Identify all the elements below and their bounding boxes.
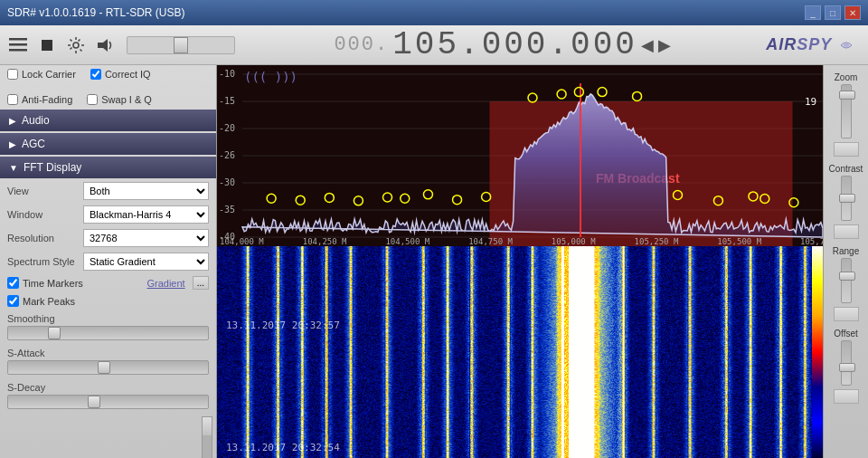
title-bar: SDR# v1.0.0.1619 - RTL-SDR (USB) _ □ ✕ [0, 0, 868, 25]
fft-label: FFT Display [24, 161, 81, 174]
correct-iq-option: Correct IQ [90, 69, 151, 80]
zoom-label: Zoom [835, 72, 858, 82]
anti-fading-label: Anti-Fading [22, 94, 72, 105]
s-attack-slider[interactable] [7, 360, 209, 375]
time-markers-label: Time Markers [23, 278, 83, 289]
svg-point-4 [73, 43, 79, 48]
s-decay-row: S-Decay [0, 378, 216, 413]
spectrum-style-row: Spectrum Style Static Gradient Solid Gra… [0, 250, 216, 273]
timestamp-bottom: 13.11.2017 20:32:54 [226, 442, 340, 453]
zoom-control[interactable] [834, 142, 859, 157]
close-button[interactable]: ✕ [844, 5, 861, 20]
mark-peaks-checkbox[interactable] [7, 295, 19, 307]
view-select[interactable]: Both Spectrum Waterfall [83, 182, 209, 200]
spectrum-style-select[interactable]: Static Gradient Solid Gradient [83, 253, 209, 271]
left-panel: Lock Carrier Correct IQ Anti-Fading Swap… [0, 65, 217, 458]
svg-marker-5 [98, 39, 108, 52]
mark-peaks-label: Mark Peaks [23, 296, 75, 307]
stop-button[interactable] [36, 34, 58, 56]
window-controls: _ □ ✕ [805, 5, 861, 20]
correct-iq-label: Correct IQ [105, 69, 151, 80]
s-decay-slider[interactable] [7, 395, 209, 409]
resolution-select[interactable]: 32768 1024 65536 [83, 229, 209, 247]
lock-carrier-checkbox[interactable] [7, 69, 18, 80]
s-decay-label: S-Decay [7, 382, 209, 393]
settings-icon[interactable] [65, 34, 87, 56]
timestamp-top: 13.11.2017 20:32:57 [226, 320, 340, 331]
correct-iq-checkbox[interactable] [90, 69, 101, 80]
svg-rect-3 [42, 40, 52, 51]
s-attack-row: S-Attack [0, 344, 216, 378]
svg-rect-1 [9, 43, 27, 46]
time-markers-row: Time Markers Gradient ... [0, 273, 216, 292]
svg-rect-0 [9, 38, 27, 41]
s-attack-label: S-Attack [7, 348, 209, 358]
spectrum-canvas [217, 65, 823, 246]
lock-carrier-option: Lock Carrier [7, 69, 76, 80]
audio-arrow: ▶ [9, 116, 16, 126]
agc-section[interactable]: ▶ AGC [0, 133, 216, 155]
spectrum-area [217, 65, 823, 246]
fft-section[interactable]: ▼ FFT Display [0, 157, 216, 178]
smoothing-label: Smoothing [7, 313, 209, 324]
freq-arrows[interactable]: ◀ ▶ [641, 35, 671, 55]
waterfall-area: 13.11.2017 20:32:57 13.11.2017 20:32:54 [217, 246, 823, 458]
agc-label: AGC [22, 138, 45, 150]
view-row: View Both Spectrum Waterfall [0, 179, 216, 203]
contrast-control[interactable] [834, 224, 859, 239]
app-body: 000. 105.000.000 ◀ ▶ AIRSPY Lock Carrier [0, 25, 868, 458]
time-markers-checkbox[interactable] [7, 277, 19, 289]
window-select[interactable]: Blackman-Harris 4 Rectangle Hann [83, 205, 209, 224]
maximize-button[interactable]: □ [825, 5, 841, 20]
window-row: Window Blackman-Harris 4 Rectangle Hann [0, 203, 216, 226]
offset-control[interactable] [834, 389, 859, 404]
speaker-icon[interactable] [94, 34, 116, 56]
lock-carrier-label: Lock Carrier [22, 69, 76, 80]
range-slider[interactable] [841, 258, 852, 303]
mark-peaks-row: Mark Peaks [0, 292, 216, 310]
window-label: Window [7, 209, 80, 220]
frequency-slider[interactable] [127, 36, 235, 54]
minimize-button[interactable]: _ [805, 5, 821, 20]
resolution-label: Resolution [7, 233, 80, 243]
main-view: 13.11.2017 20:32:57 13.11.2017 20:32:54 … [217, 65, 868, 458]
content-area: Lock Carrier Correct IQ Anti-Fading Swap… [0, 65, 868, 458]
svg-rect-2 [9, 49, 27, 52]
view-label: View [7, 186, 80, 196]
side-controls: Zoom Contrast Range Offset [823, 65, 868, 458]
swap-iq-label: Swap I & Q [101, 94, 152, 105]
agc-arrow: ▶ [9, 139, 16, 149]
smoothing-slider[interactable] [7, 326, 209, 340]
anti-fading-option: Anti-Fading [7, 94, 72, 105]
range-control[interactable] [834, 307, 859, 321]
anti-fading-checkbox[interactable] [7, 94, 18, 105]
gradient-link[interactable]: Gradient [146, 278, 184, 289]
spectrum-style-label: Spectrum Style [7, 256, 80, 267]
resolution-row: Resolution 32768 1024 65536 [0, 226, 216, 250]
offset-label: Offset [834, 329, 858, 339]
smoothing-row: Smoothing [0, 310, 216, 344]
frequency-display: 000. 105.000.000 ◀ ▶ [246, 26, 759, 63]
swap-iq-checkbox[interactable] [87, 94, 98, 105]
waterfall-colorbar [812, 246, 823, 458]
menu-icon[interactable] [7, 34, 29, 56]
contrast-slider[interactable] [841, 176, 852, 221]
zoom-slider[interactable] [841, 84, 852, 138]
freq-main[interactable]: 105.000.000 [392, 26, 637, 63]
swap-iq-option: Swap I & Q [87, 94, 152, 105]
fft-arrow: ▼ [9, 163, 18, 173]
range-label: Range [833, 246, 859, 256]
offset-slider[interactable] [841, 340, 852, 386]
toolbar: 000. 105.000.000 ◀ ▶ AIRSPY [0, 25, 868, 65]
scroll-indicator [0, 413, 216, 458]
audio-label: Audio [22, 114, 50, 127]
airspy-logo: AIRSPY [766, 35, 854, 54]
left-panel-scrollbar[interactable] [202, 416, 212, 458]
contrast-label: Contrast [829, 164, 863, 174]
waterfall-canvas [217, 246, 823, 458]
audio-section[interactable]: ▶ Audio [0, 110, 216, 131]
spectrum-main: 13.11.2017 20:32:57 13.11.2017 20:32:54 [217, 65, 823, 458]
freq-prefix: 000. [334, 33, 389, 56]
panel-options: Lock Carrier Correct IQ Anti-Fading Swap… [0, 65, 216, 109]
gradient-button[interactable]: ... [193, 276, 209, 290]
